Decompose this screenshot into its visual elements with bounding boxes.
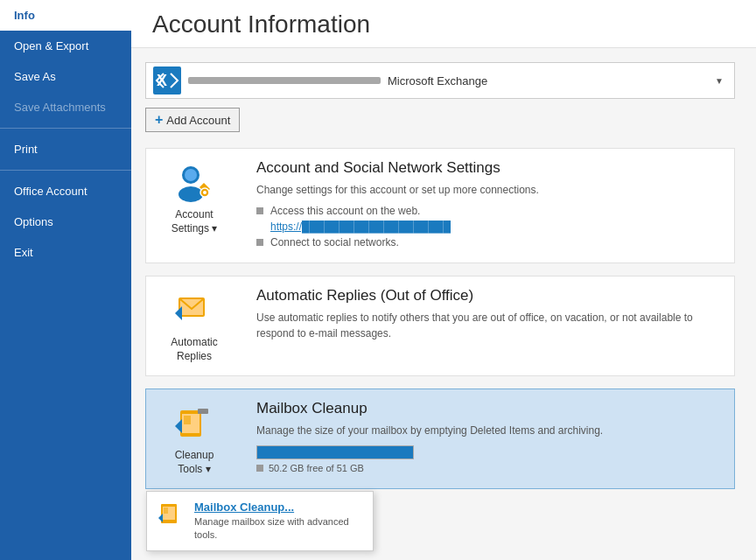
account-dropdown-button[interactable]: ▼: [711, 74, 727, 88]
account-settings-label: AccountSettings ▾: [172, 208, 218, 235]
mailbox-cleanup-desc: Manage the size of your mailbox by empty…: [256, 423, 720, 438]
page-title: Account Information: [131, 0, 756, 48]
sidebar-item-info[interactable]: Info: [0, 0, 131, 31]
automatic-replies-label: AutomaticReplies: [171, 336, 217, 363]
sidebar-divider-2: [0, 170, 131, 171]
svg-rect-15: [164, 508, 168, 514]
account-settings-card: AccountSettings ▾ Account and Social Net…: [145, 148, 735, 263]
sidebar-item-open-export[interactable]: Open & Export: [0, 31, 131, 61]
social-network-item: Connect to social networks.: [256, 236, 720, 248]
account-name: Microsoft Exchange: [388, 74, 711, 88]
automatic-replies-card: AutomaticReplies Automatic Replies (Out …: [145, 276, 735, 376]
bullet-icon-1: [256, 207, 263, 214]
main-area: Account Information X Microsoft Exchange…: [131, 0, 756, 560]
svg-rect-11: [184, 416, 191, 424]
account-settings-button[interactable]: AccountSettings ▾: [146, 149, 242, 248]
content-area: X Microsoft Exchange ▼ + Add Account: [131, 48, 756, 560]
account-web-item: Access this account on the web.: [256, 205, 720, 217]
mailbox-cleanup-title: Mailbox Cleanup: [256, 400, 720, 417]
svg-point-4: [185, 169, 197, 181]
social-network-text: Connect to social networks.: [270, 236, 399, 248]
account-bar-progress: [188, 77, 381, 84]
svg-point-6: [203, 191, 206, 194]
account-url-link[interactable]: https://████████████████████: [270, 220, 451, 233]
svg-rect-12: [198, 409, 208, 414]
bullet-icon-2: [256, 239, 263, 246]
sidebar-item-save-as[interactable]: Save As: [0, 61, 131, 92]
cleanup-content: Mailbox Cleanup Manage the size of your …: [242, 389, 734, 484]
add-account-label: Add Account: [166, 114, 230, 127]
cleanup-tools-icon: [173, 402, 215, 444]
add-account-button[interactable]: + Add Account: [145, 108, 240, 132]
mailbox-cleanup-popup-text: Mailbox Cleanup... Manage mailbox size w…: [194, 500, 362, 542]
account-settings-icon: [173, 161, 215, 203]
account-settings-content: Account and Social Network Settings Chan…: [242, 149, 734, 262]
sidebar: Info Open & Export Save As Save Attachme…: [0, 0, 131, 560]
account-url-item: https://████████████████████: [256, 220, 720, 233]
mailbox-size-text: 50.2 GB free of 51 GB: [256, 463, 720, 473]
account-settings-desc: Change settings for this account or set …: [256, 182, 720, 198]
add-account-plus-icon: +: [155, 112, 163, 128]
bullet-icon-3: [256, 465, 263, 472]
account-web-text: Access this account on the web.: [270, 205, 420, 217]
mailbox-cleanup-popup-icon: [158, 500, 186, 528]
account-settings-title: Account and Social Network Settings: [256, 159, 720, 177]
cleanup-tools-card: CleanupTools ▾ Mailbox Cleanup Manage th…: [145, 388, 735, 489]
automatic-replies-desc: Use automatic replies to notify others t…: [256, 310, 720, 341]
mailbox-cleanup-popup-title[interactable]: Mailbox Cleanup...: [194, 500, 362, 514]
sidebar-item-office-account[interactable]: Office Account: [0, 176, 131, 206]
mailbox-progress-bar: [256, 445, 414, 459]
mailbox-size-value: 50.2 GB free of 51 GB: [269, 463, 364, 473]
mailbox-cleanup-popup-desc: Manage mailbox size with advanced tools.: [194, 515, 362, 542]
automatic-replies-icon: [173, 289, 215, 331]
automatic-replies-content: Automatic Replies (Out of Office) Use au…: [242, 276, 734, 359]
automatic-replies-title: Automatic Replies (Out of Office): [256, 287, 720, 304]
sidebar-item-save-attachments: Save Attachments: [0, 92, 131, 122]
cleanup-tools-button[interactable]: CleanupTools ▾: [146, 389, 242, 488]
exchange-icon: X: [153, 66, 181, 94]
sidebar-item-print[interactable]: Print: [0, 134, 131, 164]
mailbox-cleanup-dropdown: Mailbox Cleanup... Manage mailbox size w…: [146, 491, 374, 552]
automatic-replies-button[interactable]: AutomaticReplies: [146, 276, 242, 375]
sidebar-item-exit[interactable]: Exit: [0, 237, 131, 268]
svg-point-3: [178, 186, 203, 202]
cleanup-tools-label: CleanupTools ▾: [175, 449, 214, 476]
sidebar-item-options[interactable]: Options: [0, 206, 131, 237]
sidebar-divider-1: [0, 128, 131, 129]
account-bar: X Microsoft Exchange ▼: [145, 62, 735, 99]
